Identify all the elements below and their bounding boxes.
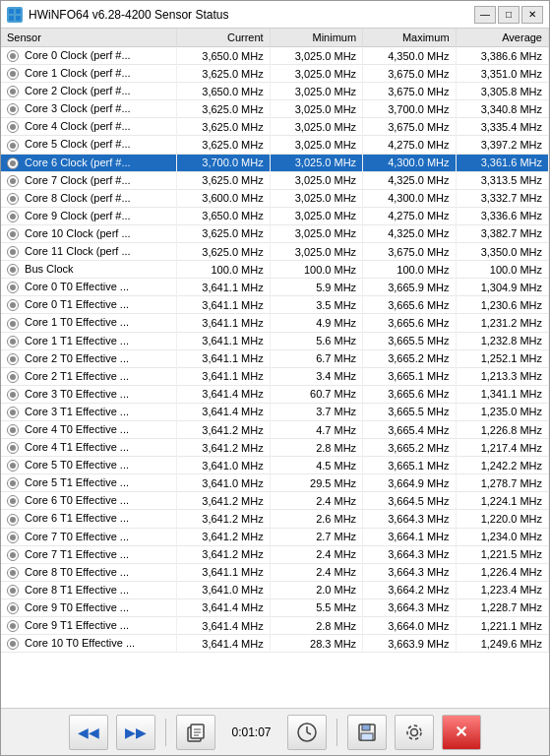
current-value-cell: 3,641.4 MHz <box>177 403 270 420</box>
table-row[interactable]: Core 0 Clock (perf #...3,650.0 MHz3,025.… <box>1 47 549 65</box>
minimum-value-cell: 28.3 MHz <box>270 635 362 653</box>
maximum-value-cell: 4,275.0 MHz <box>363 136 456 154</box>
average-value-cell: 1,234.0 MHz <box>456 528 548 545</box>
sensor-name-cell: Core 6 T0 Effective ... <box>1 492 177 510</box>
table-row[interactable]: Bus Clock100.0 MHz100.0 MHz100.0 MHz100.… <box>1 261 549 279</box>
table-row[interactable]: Core 5 Clock (perf #...3,625.0 MHz3,025.… <box>1 136 549 154</box>
table-row[interactable]: Core 1 T0 Effective ...3,641.1 MHz4.9 MH… <box>1 314 549 332</box>
table-row[interactable]: Core 8 Clock (perf #...3,600.0 MHz3,025.… <box>1 189 549 207</box>
minimum-value-cell: 3,025.0 MHz <box>270 224 362 242</box>
clock-button[interactable] <box>287 715 327 750</box>
sensor-icon <box>7 211 19 222</box>
svg-rect-1 <box>16 9 21 14</box>
table-row[interactable]: Core 0 T0 Effective ...3,641.1 MHz5.9 MH… <box>1 279 549 296</box>
table-row[interactable]: Core 3 T0 Effective ...3,641.4 MHz60.7 M… <box>1 385 549 403</box>
current-value-cell: 3,641.1 MHz <box>177 332 270 349</box>
table-row[interactable]: Core 9 Clock (perf #...3,650.0 MHz3,025.… <box>1 207 549 224</box>
maximum-value-cell: 3,663.9 MHz <box>363 635 456 653</box>
table-row[interactable]: Core 2 Clock (perf #...3,650.0 MHz3,025.… <box>1 83 549 100</box>
sensor-name-cell: Core 4 T1 Effective ... <box>1 439 177 457</box>
table-row[interactable]: Core 2 T0 Effective ...3,641.1 MHz6.7 MH… <box>1 349 549 367</box>
minimum-value-cell: 4.9 MHz <box>270 314 362 332</box>
table-row[interactable]: Core 11 Clock (perf ...3,625.0 MHz3,025.… <box>1 243 549 261</box>
minimum-value-cell: 3,025.0 MHz <box>270 83 362 100</box>
forward-button[interactable]: ▶▶ <box>116 715 155 750</box>
table-row[interactable]: Core 4 T1 Effective ...3,641.2 MHz2.8 MH… <box>1 439 549 457</box>
maximum-value-cell: 3,665.2 MHz <box>363 439 456 457</box>
sensor-icon <box>7 140 19 152</box>
maximum-value-cell: 4,300.0 MHz <box>363 154 456 171</box>
table-row[interactable]: Core 9 T1 Effective ...3,641.4 MHz2.8 MH… <box>1 617 549 635</box>
sensor-icon <box>7 193 19 205</box>
table-row[interactable]: Core 3 Clock (perf #...3,625.0 MHz3,025.… <box>1 100 549 118</box>
save-icon <box>356 722 378 743</box>
maximum-value-cell: 4,325.0 MHz <box>363 171 456 189</box>
sensor-name-cell: Core 6 T1 Effective ... <box>1 510 177 528</box>
table-row[interactable]: Core 0 T1 Effective ...3,641.1 MHz3.5 MH… <box>1 296 549 314</box>
minimize-button[interactable]: — <box>474 6 496 24</box>
current-value-cell: 3,641.2 MHz <box>177 492 270 510</box>
average-value-cell: 1,221.5 MHz <box>456 545 548 563</box>
average-value-cell: 1,213.3 MHz <box>456 367 548 385</box>
table-row[interactable]: Core 5 T1 Effective ...3,641.0 MHz29.5 M… <box>1 474 549 492</box>
maximum-value-cell: 3,664.5 MHz <box>363 492 456 510</box>
maximize-button[interactable]: □ <box>498 6 519 24</box>
settings-button[interactable] <box>395 715 434 750</box>
header-average: Average <box>456 29 548 47</box>
sensor-icon <box>7 175 19 187</box>
table-row[interactable]: Core 10 T0 Effective ...3,641.4 MHz28.3 … <box>1 635 549 653</box>
table-row[interactable]: Core 1 Clock (perf #...3,625.0 MHz3,025.… <box>1 65 549 83</box>
current-value-cell: 3,641.2 MHz <box>177 420 270 438</box>
save-button[interactable] <box>347 715 387 750</box>
copy-button[interactable] <box>176 715 215 750</box>
minimum-value-cell: 100.0 MHz <box>270 261 362 279</box>
minimum-value-cell: 3,025.0 MHz <box>270 118 362 136</box>
minimum-value-cell: 2.8 MHz <box>270 617 362 635</box>
table-row[interactable]: Core 3 T1 Effective ...3,641.4 MHz3.7 MH… <box>1 403 549 420</box>
table-row[interactable]: Core 4 Clock (perf #...3,625.0 MHz3,025.… <box>1 118 549 136</box>
maximum-value-cell: 3,665.1 MHz <box>363 367 456 385</box>
sensor-name-cell: Core 7 T1 Effective ... <box>1 545 177 563</box>
back-button[interactable]: ◀◀ <box>69 715 108 750</box>
sensor-name-cell: Core 2 Clock (perf #... <box>1 83 177 100</box>
minimum-value-cell: 4.7 MHz <box>270 420 362 438</box>
exit-button[interactable]: ✕ <box>442 715 481 750</box>
current-value-cell: 3,625.0 MHz <box>177 136 270 154</box>
sensor-icon <box>7 68 19 80</box>
current-value-cell: 3,600.0 MHz <box>177 189 270 207</box>
table-row[interactable]: Core 9 T0 Effective ...3,641.4 MHz5.5 MH… <box>1 598 549 616</box>
table-row[interactable]: Core 7 T1 Effective ...3,641.2 MHz2.4 MH… <box>1 545 549 563</box>
close-button[interactable]: ✕ <box>521 6 543 24</box>
svg-rect-0 <box>9 9 14 14</box>
minimum-value-cell: 3.5 MHz <box>270 296 362 314</box>
sensor-table-container[interactable]: Sensor Current Minimum Maximum Average C… <box>1 29 549 708</box>
sensor-icon <box>7 371 19 383</box>
table-row[interactable]: Core 7 Clock (perf #...3,625.0 MHz3,025.… <box>1 171 549 189</box>
table-row[interactable]: Core 7 T0 Effective ...3,641.2 MHz2.7 MH… <box>1 528 549 545</box>
current-value-cell: 3,625.0 MHz <box>177 118 270 136</box>
table-row[interactable]: Core 6 T1 Effective ...3,641.2 MHz2.6 MH… <box>1 510 549 528</box>
table-row[interactable]: Core 6 T0 Effective ...3,641.2 MHz2.4 MH… <box>1 492 549 510</box>
sensor-name-cell: Core 8 Clock (perf #... <box>1 189 177 207</box>
minimum-value-cell: 3.7 MHz <box>270 403 362 420</box>
table-row[interactable]: Core 6 Clock (perf #...3,700.0 MHz3,025.… <box>1 154 549 171</box>
sensor-icon <box>7 121 19 133</box>
average-value-cell: 1,304.9 MHz <box>456 279 548 296</box>
current-value-cell: 3,641.1 MHz <box>177 314 270 332</box>
maximum-value-cell: 3,664.0 MHz <box>363 617 456 635</box>
table-row[interactable]: Core 8 T0 Effective ...3,641.1 MHz2.4 MH… <box>1 563 549 581</box>
table-row[interactable]: Core 5 T0 Effective ...3,641.0 MHz4.5 MH… <box>1 457 549 474</box>
maximum-value-cell: 3,665.2 MHz <box>363 349 456 367</box>
toolbar-separator-1 <box>165 719 166 746</box>
minimum-value-cell: 6.7 MHz <box>270 349 362 367</box>
table-row[interactable]: Core 8 T1 Effective ...3,641.0 MHz2.0 MH… <box>1 581 549 598</box>
table-row[interactable]: Core 1 T1 Effective ...3,641.1 MHz5.6 MH… <box>1 332 549 349</box>
table-row[interactable]: Core 4 T0 Effective ...3,641.2 MHz4.7 MH… <box>1 420 549 438</box>
average-value-cell: 1,252.1 MHz <box>456 349 548 367</box>
average-value-cell: 1,221.1 MHz <box>456 617 548 635</box>
minimum-value-cell: 5.6 MHz <box>270 332 362 349</box>
table-row[interactable]: Core 10 Clock (perf ...3,625.0 MHz3,025.… <box>1 224 549 242</box>
current-value-cell: 3,641.2 MHz <box>177 510 270 528</box>
copy-icon <box>185 722 207 743</box>
table-row[interactable]: Core 2 T1 Effective ...3,641.1 MHz3.4 MH… <box>1 367 549 385</box>
